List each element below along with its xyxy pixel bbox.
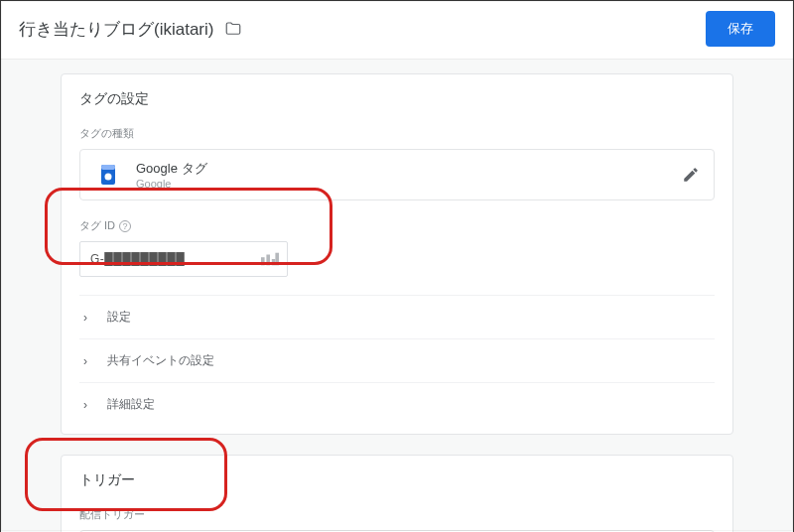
save-button[interactable]: 保存 [706, 11, 775, 47]
workspace-title-text: 行き当たりブログ(ikiatari) [19, 18, 213, 41]
tag-type-label: タグの種類 [79, 126, 715, 141]
chevron-right-icon: › [83, 311, 93, 325]
header: 行き当たりブログ(ikiatari) 保存 [1, 1, 793, 60]
folder-icon[interactable] [223, 20, 243, 38]
tag-type-provider: Google [136, 178, 207, 190]
svg-rect-6 [275, 253, 279, 266]
triggers-title: トリガー [79, 471, 715, 489]
tag-type-row[interactable]: Google タグ Google [79, 149, 715, 200]
edit-pencil-icon[interactable] [682, 166, 700, 184]
triggers-card: トリガー 配信トリガー All Pages ページビュー [61, 455, 733, 532]
tag-id-value: G-█████████ [90, 252, 253, 266]
svg-rect-3 [261, 257, 265, 265]
tag-id-picker-icon[interactable] [253, 252, 287, 266]
tag-settings-card: タグの設定 タグの種類 Google タグ Google [61, 73, 733, 435]
svg-point-2 [105, 174, 112, 181]
tag-type-text: Google タグ Google [136, 160, 207, 190]
google-tag-icon [94, 161, 122, 189]
help-icon[interactable]: ? [119, 220, 131, 232]
triggers-section-label: 配信トリガー [79, 507, 715, 522]
collapse-label: 設定 [107, 309, 131, 326]
page-title: 行き当たりブログ(ikiatari) [19, 18, 243, 41]
svg-rect-4 [266, 255, 270, 266]
chevron-right-icon: › [83, 354, 93, 368]
collapse-label: 詳細設定 [107, 396, 155, 413]
svg-rect-5 [272, 259, 276, 265]
tag-settings-title: タグの設定 [79, 90, 715, 108]
page-body: タグの設定 タグの種類 Google タグ Google [1, 60, 793, 532]
svg-rect-1 [101, 165, 115, 170]
collapse-settings[interactable]: › 設定 [79, 295, 715, 338]
tag-type-name: Google タグ [136, 160, 207, 178]
chevron-right-icon: › [83, 398, 93, 412]
tag-id-field[interactable]: G-█████████ [79, 241, 288, 277]
collapse-shared-events[interactable]: › 共有イベントの設定 [79, 338, 715, 382]
collapse-label: 共有イベントの設定 [107, 352, 214, 369]
collapse-advanced[interactable]: › 詳細設定 [79, 382, 715, 426]
tag-id-label: タグ ID ? [79, 218, 715, 233]
